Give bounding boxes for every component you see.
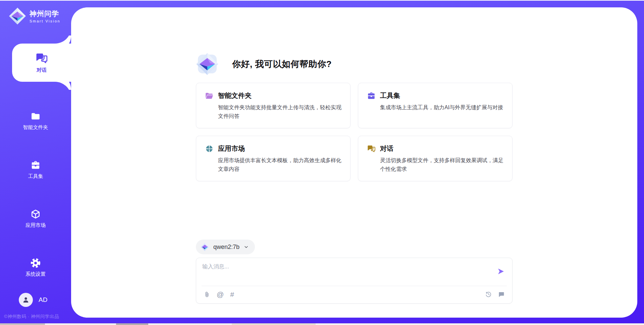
greeting-title: 你好, 我可以如何帮助你? [232, 58, 332, 70]
brand-subtitle: Smart Vision [30, 19, 60, 23]
chevron-down-icon [244, 244, 249, 250]
sidebar-item-label: 智能文件夹 [23, 124, 48, 131]
copyright-text: ©神州数码 · 神州问学出品 [4, 314, 59, 320]
sidebar-nav: 对话 智能文件夹 工具集 应用市场 系统设置 [0, 44, 71, 277]
composer-toolbar: @ # [204, 285, 505, 303]
user-name: AD [39, 296, 47, 304]
card-smart-folder[interactable]: 智能文件夹 智能文件夹功能支持批量文件上传与清洗，轻松实现文件问答 [196, 83, 351, 128]
chat-icon [367, 144, 376, 153]
composer-toolbar-right [485, 291, 505, 298]
sidebar-item-app-market[interactable]: 应用市场 [0, 209, 71, 229]
sidebar-item-smart-folder[interactable]: 智能文件夹 [0, 111, 71, 131]
sidebar: 神州问学 Smart Vision 对话 智能文件夹 工具集 应用市场 系统设置 [0, 0, 71, 325]
card-description: 灵活切换多模型文件，支持多样回复效果调试，满足个性化需求 [380, 156, 503, 174]
sidebar-item-toolset[interactable]: 工具集 [0, 160, 71, 180]
sidebar-item-label: 工具集 [28, 173, 43, 180]
card-description: 集成市场上主流工具，助力AI与外界无缝扩展与对接 [380, 103, 503, 112]
grid-icon [205, 144, 214, 153]
sidebar-item-settings[interactable]: 系统设置 [0, 258, 71, 277]
window-top-edge [0, 0, 644, 1]
feature-cards: 智能文件夹 智能文件夹功能支持批量文件上传与清洗，轻松实现文件问答 工具集 集成… [196, 83, 513, 181]
sidebar-item-label: 系统设置 [25, 271, 46, 277]
folder-open-icon [205, 91, 214, 100]
message-icon[interactable] [498, 291, 505, 298]
sidebar-item-label: 应用市场 [25, 222, 46, 229]
model-name: qwen2:7b [213, 244, 239, 251]
main-content: 你好, 我可以如何帮助你? 智能文件夹 智能文件夹功能支持批量文件上传与清洗，轻… [71, 7, 637, 318]
brand-logo: 神州问学 Smart Vision [9, 7, 60, 25]
model-selector[interactable]: qwen2:7b [196, 240, 255, 254]
briefcase-icon [30, 160, 41, 170]
cube-icon [30, 209, 41, 219]
brand-name: 神州问学 [30, 9, 60, 18]
avatar [19, 293, 33, 307]
card-description: 应用市场提供丰富长文本模板，助力高效生成多样化文章内容 [218, 156, 341, 174]
assistant-logo [196, 53, 219, 75]
model-diamond-icon [201, 243, 209, 251]
card-title: 工具集 [380, 91, 400, 100]
sidebar-item-chat[interactable]: 对话 [12, 44, 71, 82]
folder-icon [30, 111, 41, 121]
chat-icon [35, 52, 48, 65]
history-icon[interactable] [485, 291, 492, 298]
card-toolset[interactable]: 工具集 集成市场上主流工具，助力AI与外界无缝扩展与对接 [358, 83, 513, 128]
greeting-block: 你好, 我可以如何帮助你? [196, 53, 513, 75]
briefcase-icon [367, 91, 376, 100]
hash-icon[interactable]: # [230, 291, 234, 298]
brand-text: 神州问学 Smart Vision [30, 9, 60, 23]
send-icon [497, 267, 505, 275]
gear-icon [30, 258, 41, 268]
message-input[interactable] [196, 258, 485, 285]
card-title: 对话 [380, 144, 393, 153]
card-app-market[interactable]: 应用市场 应用市场提供丰富长文本模板，助力高效生成多样化文章内容 [196, 136, 351, 181]
window-bottom-edge [0, 323, 644, 325]
send-button[interactable] [496, 267, 505, 276]
sidebar-item-label: 对话 [37, 67, 47, 73]
card-chat[interactable]: 对话 灵活切换多模型文件，支持多样回复效果调试，满足个性化需求 [358, 136, 513, 181]
composer-area: qwen2:7b @ # [196, 240, 513, 318]
at-icon[interactable]: @ [217, 291, 224, 298]
diamond-icon [196, 53, 219, 75]
card-description: 智能文件夹功能支持批量文件上传与清洗，轻松实现文件问答 [218, 103, 341, 121]
person-icon [22, 296, 30, 304]
paperclip-icon[interactable] [204, 291, 210, 298]
card-title: 智能文件夹 [218, 91, 252, 100]
card-title: 应用市场 [218, 144, 245, 153]
brand-diamond-icon [9, 7, 26, 25]
main-panel: 你好, 我可以如何帮助你? 智能文件夹 智能文件夹功能支持批量文件上传与清洗，轻… [71, 7, 637, 318]
message-composer: @ # [196, 258, 513, 304]
user-profile[interactable]: AD [19, 293, 47, 307]
